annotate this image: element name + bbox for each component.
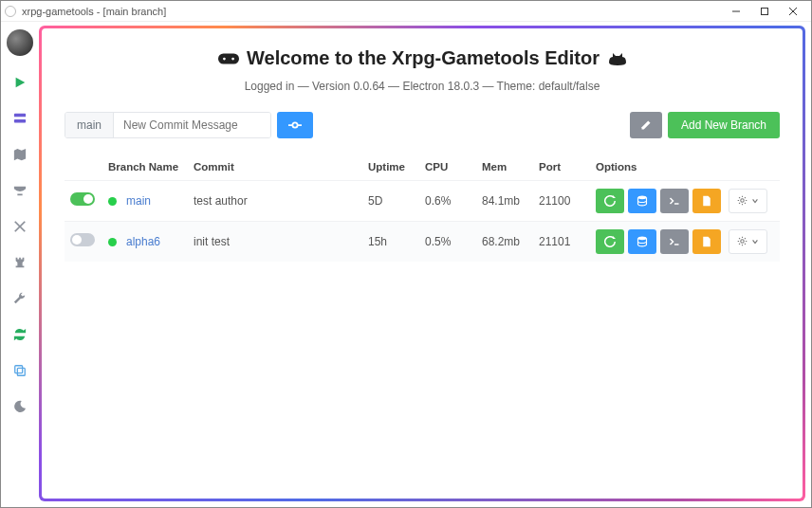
restart-button[interactable]: [596, 229, 624, 254]
add-branch-button[interactable]: Add New Branch: [668, 112, 780, 138]
svg-marker-21: [613, 236, 616, 239]
active-toggle[interactable]: [70, 233, 95, 246]
page-title-text: Welcome to the Xrpg-Gametools Editor: [247, 47, 600, 69]
th-options: Options: [590, 154, 780, 181]
mem-cell: 84.1mb: [476, 180, 533, 221]
swords-icon[interactable]: [10, 217, 29, 236]
svg-rect-6: [14, 119, 26, 123]
subtitle: Logged in — Version 0.0.64 — Electron 18…: [65, 80, 780, 93]
page-title: Welcome to the Xrpg-Gametools Editor: [218, 47, 626, 69]
sidebar: [1, 22, 39, 507]
main-panel: Welcome to the Xrpg-Gametools Editor Log…: [42, 28, 803, 499]
gamepad-icon: [218, 48, 239, 69]
cpu-cell: 0.5%: [419, 221, 476, 262]
mem-cell: 68.2mb: [476, 221, 533, 262]
sync-icon[interactable]: [10, 325, 29, 344]
file-button[interactable]: [692, 229, 721, 254]
svg-point-12: [223, 57, 226, 60]
row-settings-button[interactable]: [729, 229, 767, 254]
moon-icon[interactable]: [10, 397, 29, 416]
terminal-button[interactable]: [660, 189, 689, 213]
copy-icon[interactable]: [10, 361, 29, 380]
branch-prefix: main: [65, 113, 114, 137]
svg-rect-11: [218, 53, 239, 64]
wrench-icon[interactable]: [10, 289, 29, 308]
anvil-icon[interactable]: [10, 181, 29, 200]
svg-point-14: [292, 122, 297, 127]
svg-point-18: [638, 195, 647, 199]
commit-input-group: main: [65, 112, 271, 138]
uptime-cell: 15h: [362, 221, 419, 262]
svg-point-22: [638, 236, 647, 240]
svg-rect-10: [17, 368, 25, 375]
cpu-cell: 0.6%: [419, 180, 476, 221]
gradient-frame: Welcome to the Xrpg-Gametools Editor Log…: [39, 26, 805, 501]
avatar[interactable]: [7, 29, 33, 56]
svg-point-20: [741, 199, 744, 202]
cat-icon: [607, 49, 626, 68]
svg-point-13: [231, 57, 234, 60]
commit-button[interactable]: [277, 112, 313, 138]
map-icon[interactable]: [10, 145, 29, 164]
app-icon: [5, 6, 16, 17]
commit-cell: test author: [188, 180, 362, 221]
database-button[interactable]: [628, 189, 656, 213]
status-dot: [108, 197, 117, 206]
branches-table: Branch Name Commit Uptime CPU Mem Port O…: [65, 154, 780, 262]
th-port: Port: [533, 154, 590, 181]
chess-rook-icon[interactable]: [10, 253, 29, 272]
th-uptime: Uptime: [362, 154, 419, 181]
table-row: alpha6 init test 15h 0.5% 68.2mb 21101: [65, 221, 780, 262]
titlebar: xrpg-gametools - [main branch]: [1, 1, 811, 22]
svg-marker-17: [613, 195, 616, 198]
branch-name[interactable]: main: [126, 194, 151, 208]
file-button[interactable]: [692, 189, 721, 213]
commit-cell: init test: [188, 221, 362, 262]
svg-marker-4: [16, 78, 26, 88]
th-commit: Commit: [188, 154, 362, 181]
th-cpu: CPU: [419, 154, 476, 181]
active-toggle[interactable]: [70, 192, 95, 206]
edit-button[interactable]: [630, 112, 662, 138]
uptime-cell: 5D: [362, 180, 419, 221]
commit-message-input[interactable]: [114, 113, 270, 137]
table-row: main test author 5D 0.6% 84.1mb 21100: [65, 180, 780, 221]
maximize-button[interactable]: [750, 2, 779, 21]
svg-rect-1: [762, 8, 768, 14]
window-title: xrpg-gametools - [main branch]: [22, 6, 722, 17]
port-cell: 21100: [533, 180, 590, 221]
th-mem: Mem: [476, 154, 533, 181]
play-icon[interactable]: [10, 73, 29, 92]
restart-button[interactable]: [596, 189, 624, 213]
th-branch-name: Branch Name: [102, 154, 188, 181]
branch-name[interactable]: alpha6: [126, 235, 160, 248]
minimize-button[interactable]: [722, 2, 750, 21]
svg-point-24: [741, 240, 744, 243]
server-icon[interactable]: [10, 109, 29, 128]
database-button[interactable]: [628, 229, 656, 254]
svg-rect-9: [15, 366, 23, 373]
terminal-button[interactable]: [660, 229, 689, 254]
port-cell: 21101: [533, 221, 590, 262]
row-settings-button[interactable]: [729, 189, 767, 213]
svg-rect-5: [14, 114, 26, 118]
close-button[interactable]: [779, 2, 807, 21]
status-dot: [108, 238, 117, 246]
